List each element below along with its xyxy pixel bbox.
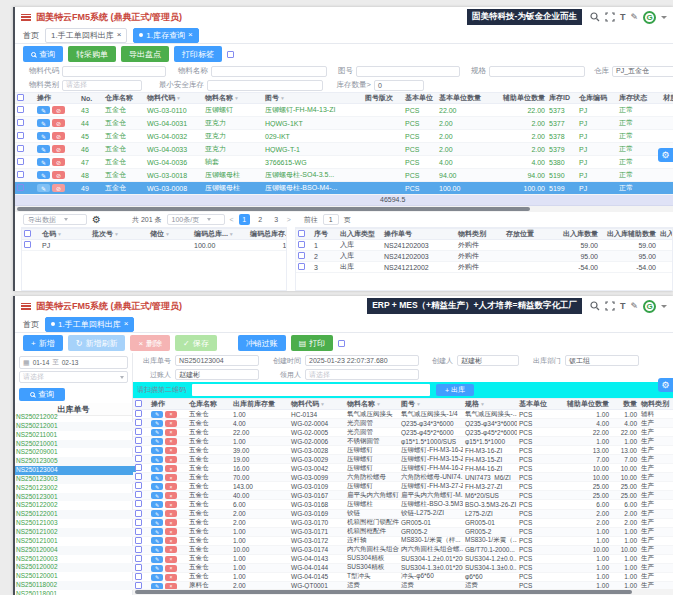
filter-icon[interactable]: ▼ bbox=[416, 401, 421, 407]
close-icon[interactable]: × bbox=[188, 31, 193, 39]
drawing-no-input[interactable] bbox=[356, 66, 460, 77]
edit-button[interactable]: ✎ bbox=[151, 510, 163, 517]
order-list-item[interactable]: NS250121001 bbox=[13, 537, 136, 546]
sidebar-query-button[interactable]: 查询 bbox=[19, 388, 65, 401]
filter-icon[interactable]: ▼ bbox=[57, 231, 62, 237]
table-row[interactable]: ✎⊘ 44 五金仓 WG-04-0031 亚克力 HQWG-1KT PCS 2.… bbox=[15, 117, 673, 130]
table-settings-icon[interactable]: ⚙ bbox=[92, 215, 101, 225]
recipient-select[interactable]: 请选择 bbox=[305, 369, 419, 380]
row-checkbox[interactable] bbox=[17, 171, 24, 178]
print-button[interactable]: ▤打印 bbox=[291, 335, 334, 351]
filter-icon[interactable]: ▼ bbox=[229, 231, 234, 237]
reverse-posting-button[interactable]: 冲销过账 bbox=[238, 335, 286, 351]
print-label-button[interactable]: 打印标签 bbox=[174, 46, 222, 62]
order-list-item[interactable]: NS250123002 bbox=[13, 484, 136, 493]
lock-button[interactable]: ⊘ bbox=[52, 119, 65, 127]
add-button[interactable]: +新增 bbox=[23, 335, 63, 351]
table-row[interactable]: ✎× 五金仓 39.00 WG-03-0028 压铆螺钉 压铆螺钉-FH-M3-… bbox=[133, 446, 673, 455]
edit-button[interactable]: ✎ bbox=[37, 119, 50, 127]
row-checkbox[interactable] bbox=[135, 500, 142, 507]
order-list-item[interactable]: NS250121003 bbox=[13, 519, 136, 528]
filter-icon[interactable]: ▼ bbox=[480, 401, 485, 407]
row-checkbox[interactable] bbox=[135, 555, 142, 562]
row-checkbox[interactable] bbox=[135, 437, 142, 444]
select-all-checkbox[interactable] bbox=[24, 230, 31, 237]
row-checkbox[interactable] bbox=[298, 241, 305, 248]
row-checkbox[interactable] bbox=[135, 573, 142, 580]
material-code-input[interactable] bbox=[62, 66, 166, 77]
close-icon[interactable]: × bbox=[117, 31, 122, 39]
edit-button[interactable]: ✎ bbox=[151, 438, 163, 445]
select-all-checkbox[interactable] bbox=[135, 400, 142, 407]
select-all-checkbox[interactable] bbox=[298, 230, 305, 237]
row-checkbox[interactable] bbox=[135, 528, 142, 535]
page-3[interactable]: 3 bbox=[271, 214, 282, 225]
search-icon[interactable] bbox=[590, 12, 600, 22]
delete-row-button[interactable]: × bbox=[165, 447, 177, 454]
table-row[interactable]: ✎× 五金仓 2.00 WG-03-0169 铰链 铰链-L275-2/ZI L… bbox=[133, 510, 673, 519]
table-row[interactable]: 3 出库 NS241212002 外购件 -54.00 -54.00 154.0… bbox=[296, 262, 672, 273]
table-row[interactable]: ✎× 五金仓 19.00 WG-03-0029 压铆螺钉 压铆螺钉-FH-M3-… bbox=[133, 455, 673, 464]
row-checkbox[interactable] bbox=[135, 519, 142, 526]
edit-button[interactable]: ✎ bbox=[151, 519, 163, 526]
row-checkbox[interactable] bbox=[135, 419, 142, 426]
order-list-item[interactable]: NS250211001 bbox=[13, 431, 136, 440]
outbound-button[interactable]: +出库 bbox=[436, 384, 474, 396]
table-row[interactable]: ✎⊘ 45 五金仓 WG-04-0032 亚克力 029-IKT PCS 2.0… bbox=[15, 130, 673, 143]
row-checkbox[interactable] bbox=[135, 537, 142, 544]
delete-row-button[interactable]: × bbox=[165, 438, 177, 445]
row-checkbox[interactable] bbox=[135, 410, 142, 417]
row-checkbox[interactable] bbox=[17, 145, 24, 152]
row-checkbox[interactable] bbox=[135, 455, 142, 462]
delete-row-button[interactable]: × bbox=[165, 501, 177, 508]
pen-icon[interactable]: ✎ bbox=[630, 12, 638, 23]
table-row[interactable]: ✎× 五金仓 1.00 WG-02-0006 不锈钢圆管 φ15*1.5*100… bbox=[133, 437, 673, 446]
delete-row-button[interactable]: × bbox=[165, 420, 177, 427]
edit-button[interactable]: ✎ bbox=[151, 483, 163, 490]
table-row[interactable]: ✎⊘ 47 五金仓 WG-04-0036 轴套 3766615-WG PCS 4… bbox=[15, 156, 673, 169]
order-list-item[interactable]: NS250118001 bbox=[13, 590, 136, 595]
row-checkbox[interactable] bbox=[17, 119, 24, 126]
order-list-item[interactable]: NS250212002 bbox=[13, 413, 136, 422]
horizontal-scrollbar[interactable] bbox=[15, 206, 673, 212]
edit-button[interactable]: ✎ bbox=[151, 501, 163, 508]
delete-row-button[interactable]: × bbox=[165, 574, 177, 581]
order-list-item[interactable]: NS250209001 bbox=[13, 448, 136, 457]
toolbar-checkbox[interactable] bbox=[338, 340, 345, 347]
row-checkbox[interactable] bbox=[135, 473, 142, 480]
delete-row-button[interactable]: × bbox=[165, 565, 177, 572]
order-list-item[interactable]: NS250123005 bbox=[13, 457, 136, 466]
menu-icon[interactable] bbox=[21, 303, 31, 310]
edit-button[interactable]: ✎ bbox=[151, 411, 163, 418]
edit-button[interactable]: ✎ bbox=[151, 565, 163, 572]
goto-page-input[interactable]: 1 bbox=[323, 214, 339, 225]
creator-input[interactable]: 赵建彬 bbox=[457, 355, 519, 366]
scrollbar-thumb[interactable] bbox=[17, 207, 530, 211]
home-tab[interactable]: 首页 bbox=[23, 319, 39, 330]
table-row[interactable]: ✎× 五金仓 2.00 WG-03-0170 机箱围框门锁配件 GR005-01… bbox=[133, 519, 673, 528]
edit-button[interactable]: ✎ bbox=[151, 456, 163, 463]
delete-row-button[interactable]: × bbox=[165, 537, 177, 544]
toolbar-checkbox[interactable] bbox=[227, 51, 234, 58]
created-time-input[interactable]: 2025-01-23 22:07:37.680 bbox=[305, 355, 419, 366]
filter-icon[interactable]: ▼ bbox=[320, 401, 325, 407]
row-checkbox[interactable] bbox=[24, 241, 31, 248]
pen-icon[interactable]: ✎ bbox=[630, 301, 638, 312]
edit-button[interactable]: ✎ bbox=[151, 465, 163, 472]
tab-inventory-query[interactable]: 1.库存查询 × bbox=[133, 28, 198, 43]
row-checkbox[interactable] bbox=[135, 564, 142, 571]
edit-button[interactable]: ✎ bbox=[151, 546, 163, 553]
order-list-item[interactable]: NS250123004 bbox=[13, 466, 136, 475]
edit-button[interactable]: ✎ bbox=[37, 158, 50, 166]
next-page-arrow[interactable]: > bbox=[287, 216, 291, 223]
row-checkbox[interactable] bbox=[135, 546, 142, 553]
fullscreen-icon[interactable] bbox=[605, 301, 615, 311]
order-list-item[interactable]: NS250123003 bbox=[13, 475, 136, 484]
tab-manual-outbound[interactable]: 1.手工单回料出库 × bbox=[45, 317, 134, 332]
material-name-input[interactable] bbox=[211, 66, 327, 77]
edit-button[interactable]: ✎ bbox=[151, 556, 163, 563]
delete-row-button[interactable]: × bbox=[165, 492, 177, 499]
row-checkbox[interactable] bbox=[17, 184, 24, 191]
date-start[interactable]: 01-14 bbox=[33, 359, 50, 366]
scan-barcode-input[interactable] bbox=[192, 384, 430, 396]
